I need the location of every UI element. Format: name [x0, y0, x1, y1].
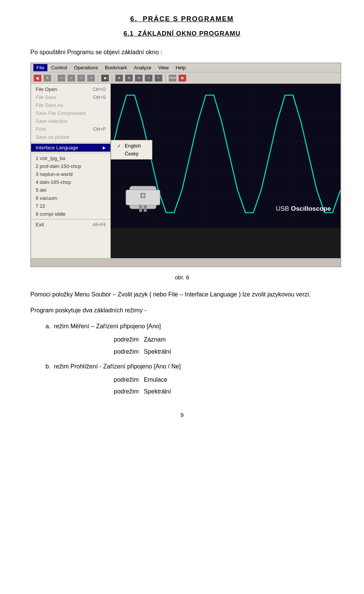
toolbar: ▣ ✕ ✓ ✓ ✓ ✓ ■ ⊕ ⊕ ⊕ ≡ ≡ MEM ▣ — [31, 72, 340, 84]
mode-b-sub1: podrežim Emulace — [30, 375, 334, 385]
menu-item-bookmark[interactable]: Bookmark — [102, 64, 130, 71]
dropdown-recent-2[interactable]: 2 prof-daln-150-chcp — [31, 162, 110, 170]
toolbar-icon-2[interactable]: ✕ — [44, 75, 51, 81]
svg-rect-10 — [139, 205, 142, 212]
screenshot: File Control Operations Bookmark Analyze… — [30, 63, 341, 267]
dropdown-divider-2 — [31, 153, 110, 153]
description1: Pomoci položky Menu Soubor – Zvolit jazy… — [30, 290, 334, 299]
caption: obr. 6 — [30, 274, 334, 281]
section-title: 6. PRÁCE S PROGRAMEM — [30, 15, 334, 23]
dropdown-recent-5[interactable]: 5 del — [31, 186, 110, 194]
menu-item-analyze[interactable]: Analyze — [131, 64, 154, 71]
page-number: 9 — [30, 412, 334, 418]
dropdown-divider-1 — [31, 142, 110, 143]
toolbar-separator-1 — [54, 74, 55, 82]
oscilloscope-area: USB Oscilloscope — [111, 84, 340, 258]
dropdown-file-save-as: File Save As.. — [31, 101, 110, 109]
toolbar-icon-6[interactable]: ✓ — [87, 75, 95, 81]
dropdown-file-open[interactable]: File Open Ctrl+O — [31, 85, 110, 93]
mode-a-sub1: podrežim Záznam — [30, 334, 334, 345]
toolbar-separator-4 — [165, 74, 166, 82]
toolbar-separator-2 — [98, 74, 98, 82]
menu-item-file[interactable]: File — [33, 64, 47, 71]
dropdown-print: Print Ctrl+P — [31, 125, 110, 133]
dropdown-panel: File Open Ctrl+O File Save Ctrl+S File S… — [31, 84, 111, 258]
menu-item-operations[interactable]: Operations — [71, 64, 101, 71]
status-bar — [31, 258, 340, 266]
intro-text: Po spouštěni Programu se objeví základní… — [30, 49, 334, 56]
mode-b-sub2: podrežim Spektrální — [30, 386, 334, 397]
toolbar-icon-9[interactable]: ⊕ — [125, 75, 133, 81]
toolbar-icon-1[interactable]: ▣ — [34, 75, 41, 81]
toolbar-icon-13[interactable]: MEM — [169, 75, 176, 81]
dropdown-save-selection: Save selection — [31, 117, 110, 125]
toolbar-icon-8[interactable]: ⊕ — [115, 75, 123, 81]
dropdown-recent-1[interactable]: 1 vstr_lpg_ba — [31, 154, 110, 162]
dropdown-divider-3 — [31, 219, 110, 219]
toolbar-icon-7[interactable]: ■ — [101, 75, 109, 81]
description2: Program poskytuje dva základních režimy … — [30, 306, 334, 315]
main-content: File Open Ctrl+O File Save Ctrl+S File S… — [31, 84, 340, 258]
oscilloscope-label: USB Oscilloscope — [276, 205, 331, 213]
dropdown-recent-4[interactable]: 4 daln-165-chcp — [31, 178, 110, 186]
toolbar-icon-12[interactable]: ≡ — [155, 75, 162, 81]
menu-bar: File Control Operations Bookmark Analyze… — [31, 63, 340, 72]
toolbar-separator-3 — [112, 74, 112, 82]
dropdown-recent-8[interactable]: 8 compr-iddle — [31, 210, 110, 218]
menu-item-help[interactable]: Help — [173, 64, 189, 71]
svg-rect-11 — [144, 205, 147, 212]
subsection-title: 6.1 ZÁKLADNÍ OKNO PROGRAMU — [30, 30, 334, 38]
mode-a-sub2: podrežim Spektrální — [30, 346, 334, 357]
check-english: ✓ — [117, 143, 122, 149]
toolbar-icon-11[interactable]: ≡ — [145, 75, 152, 81]
submenu-czech[interactable]: Český — [111, 150, 152, 158]
page: 6. PRÁCE S PROGRAMEM 6.1 ZÁKLADNÍ OKNO P… — [0, 0, 364, 594]
toolbar-icon-10[interactable]: ⊕ — [135, 75, 143, 81]
mode-b: b. režim Prohlížení - Zařízení připojeno… — [30, 361, 334, 371]
check-czech — [117, 151, 122, 157]
dropdown-interface-language[interactable]: Interface Language ▶ — [31, 144, 110, 152]
dropdown-recent-7[interactable]: 7 22 — [31, 202, 110, 210]
dropdown-exit[interactable]: Exit Alt+F4 — [31, 221, 110, 229]
menu-item-view[interactable]: View — [155, 64, 172, 71]
dropdown-save-as-picture: Save as picture — [31, 133, 110, 141]
menu-item-control[interactable]: Control — [48, 64, 70, 71]
dropdown-save-file-compressed: Save File Compressed — [31, 109, 110, 117]
usb-icon — [118, 179, 168, 220]
toolbar-icon-5[interactable]: ✓ — [77, 75, 85, 81]
toolbar-icon-4[interactable]: ✓ — [67, 75, 75, 81]
toolbar-icon-14[interactable]: ▣ — [179, 75, 186, 81]
dropdown-file-save: File Save Ctrl+S — [31, 93, 110, 101]
mode-a: a. režim Měření – Zařízení připojeno [An… — [30, 321, 334, 331]
dropdown-recent-3[interactable]: 3 neptun-e-world — [31, 170, 110, 178]
submenu-language: ✓ English Český — [111, 140, 152, 160]
toolbar-icon-3[interactable]: ✓ — [58, 75, 65, 81]
submenu-english[interactable]: ✓ English — [111, 142, 152, 150]
osc-bottom — [111, 228, 340, 258]
dropdown-recent-6[interactable]: 6 vacuum — [31, 194, 110, 202]
